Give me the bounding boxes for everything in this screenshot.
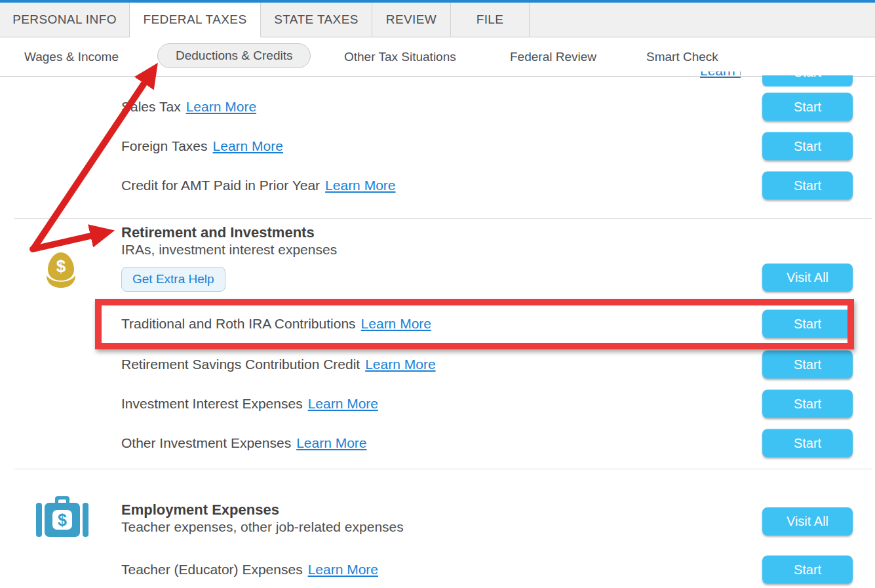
tab-federal-taxes[interactable]: FEDERAL TAXES (130, 3, 261, 37)
subnav-item-deductions-credits[interactable]: Deductions & Credits (157, 43, 311, 68)
partial-start-button-clip: Start (762, 75, 853, 87)
topic-label: Other Investment ExpensesLearn More (121, 435, 367, 451)
start-button[interactable]: Start (762, 132, 853, 161)
tab-label: FILE (476, 12, 504, 27)
subnav-item-wages-income[interactable]: Wages & Income (24, 50, 119, 64)
start-button[interactable]: Start (762, 429, 853, 458)
start-button[interactable]: Start (762, 351, 853, 379)
topic-row: Other Investment ExpensesLearn MoreStart (0, 423, 875, 463)
tab-review[interactable]: REVIEW (372, 3, 451, 37)
primary-nav: PERSONAL INFOFEDERAL TAXESSTATE TAXESREV… (0, 0, 875, 37)
learn-more-link[interactable]: Learn More (308, 562, 378, 577)
subnav-item-smart-check[interactable]: Smart Check (646, 50, 718, 64)
tab-file[interactable]: FILE (451, 3, 530, 37)
learn-more-link[interactable]: Learn More (213, 138, 283, 153)
secondary-nav: Wages & IncomeDeductions & CreditsOther … (0, 37, 875, 77)
briefcase-dollar-icon: $ (35, 494, 90, 541)
learn-more-link[interactable]: Learn More (186, 99, 256, 114)
subnav-item-label: Wages & Income (24, 50, 119, 64)
tab-label: STATE TAXES (274, 12, 359, 27)
topic-label-text: Sales Tax (121, 99, 181, 114)
partial-learn-more-link[interactable]: Learn More (700, 71, 741, 85)
start-button[interactable]: Start (762, 390, 853, 418)
visit-all-button[interactable]: Visit All (762, 264, 853, 292)
topic-label: Teacher (Educator) ExpensesLearn More (121, 562, 378, 578)
nest-egg-dollar-icon: $ (43, 252, 79, 288)
tab-label: PERSONAL INFO (12, 12, 117, 27)
subnav-item-label: Federal Review (510, 50, 596, 64)
start-button[interactable]: Start (762, 172, 853, 200)
topic-label-text: Credit for AMT Paid in Prior Year (121, 178, 320, 193)
section-rows: Teacher (Educator) ExpensesLearn MoreSta… (0, 550, 875, 588)
subnav-item-other-tax-situations[interactable]: Other Tax Situations (344, 50, 456, 64)
section-retirement-and-investments: $Retirement and InvestmentsIRAs, investm… (0, 219, 875, 463)
topic-row-highlighted: Traditional and Roth IRA ContributionsLe… (0, 302, 875, 345)
topic-label-text: Other Investment Expenses (121, 435, 291, 450)
section-employment-expenses: $Employment ExpensesTeacher expenses, ot… (0, 469, 875, 588)
topic-label: Foreign TaxesLearn More (121, 138, 283, 154)
topic-label: Sales TaxLearn More (121, 99, 256, 115)
subnav-item-label: Other Tax Situations (344, 50, 456, 64)
topic-row: Investment Interest ExpensesLearn MoreSt… (0, 384, 875, 423)
visit-all-button[interactable]: Visit All (762, 507, 853, 536)
deductions-credits-list: Learn More Start Sales TaxLearn MoreStar… (0, 77, 875, 588)
topic-label-text: Teacher (Educator) Expenses (121, 562, 303, 577)
topic-row: Teacher (Educator) ExpensesLearn MoreSta… (0, 550, 875, 588)
topic-row: Sales TaxLearn MoreStart (0, 87, 875, 127)
tab-label: REVIEW (386, 12, 437, 27)
learn-more-link[interactable]: Learn More (361, 316, 431, 331)
topic-label-text: Foreign Taxes (121, 138, 208, 153)
start-button[interactable]: Start (762, 93, 853, 121)
svg-text:$: $ (56, 256, 66, 276)
tab-bar-filler (530, 3, 875, 37)
learn-more-link[interactable]: Learn More (365, 357, 435, 372)
learn-more-link[interactable]: Learn More (308, 396, 378, 411)
tab-label: FEDERAL TAXES (144, 12, 247, 27)
subnav-item-label: Deductions & Credits (176, 49, 292, 62)
get-extra-help-button[interactable]: Get Extra Help (121, 267, 225, 292)
topic-label-text: Retirement Savings Contribution Credit (121, 357, 360, 372)
learn-more-link[interactable]: Learn More (325, 178, 395, 193)
topic-label: Investment Interest ExpensesLearn More (121, 396, 378, 412)
topic-row: Retirement Savings Contribution CreditLe… (0, 345, 875, 384)
topic-label: Traditional and Roth IRA ContributionsLe… (121, 316, 431, 332)
svg-text:$: $ (58, 511, 67, 529)
section-title: Retirement and Investments (121, 224, 875, 241)
learn-more-link[interactable]: Learn More (296, 435, 366, 450)
topic-label-text: Investment Interest Expenses (121, 396, 303, 411)
partial-top-row: Learn More Start (0, 77, 875, 87)
subnav-item-federal-review[interactable]: Federal Review (510, 50, 596, 64)
tab-personal-info[interactable]: PERSONAL INFO (0, 3, 130, 37)
topic-row: Foreign TaxesLearn MoreStart (0, 127, 875, 166)
topic-row: Credit for AMT Paid in Prior YearLearn M… (0, 166, 875, 205)
section-subtitle: IRAs, investment interest expenses (121, 241, 875, 258)
subnav-item-label: Smart Check (646, 50, 718, 64)
start-button[interactable]: Start (762, 75, 853, 87)
topic-label: Credit for AMT Paid in Prior YearLearn M… (121, 178, 395, 193)
tab-state-taxes[interactable]: STATE TAXES (261, 3, 372, 37)
start-button[interactable]: Start (762, 556, 853, 584)
topic-label: Retirement Savings Contribution CreditLe… (121, 357, 436, 372)
section-rows: Traditional and Roth IRA ContributionsLe… (0, 302, 875, 463)
start-button[interactable]: Start (762, 309, 853, 338)
topic-label-text: Traditional and Roth IRA Contributions (121, 316, 356, 331)
primary-tab-bar: PERSONAL INFOFEDERAL TAXESSTATE TAXESREV… (0, 3, 875, 37)
